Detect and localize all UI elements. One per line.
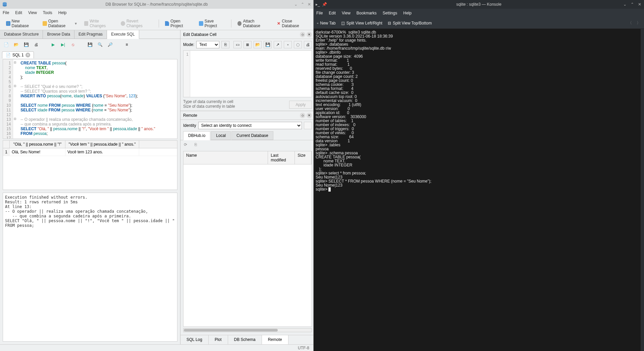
result-grid[interactable]: "Olá, " || pessoa.nome || "!" "Você tem … <box>3 140 177 190</box>
remote-col-modified[interactable]: Last modified <box>268 151 295 164</box>
open-project-icon <box>165 21 169 26</box>
tab-execute-sql[interactable]: Execute SQL <box>107 30 139 39</box>
nav-back-icon[interactable]: 〈 <box>628 20 632 26</box>
revert-changes-button[interactable]: Revert Changes <box>118 18 155 29</box>
term-menu-settings[interactable]: Settings <box>383 11 397 15</box>
mode-select[interactable]: Text <box>196 41 219 48</box>
menu-file[interactable]: File <box>3 10 9 15</box>
maximize-icon[interactable]: ⌃ <box>300 2 305 7</box>
open-project-button[interactable]: Open Project <box>162 18 195 29</box>
print-icon[interactable]: 🖨 <box>33 41 40 48</box>
identity-label: Identity <box>183 123 196 128</box>
tab-edit-pragmas[interactable]: Edit Pragmas <box>74 30 107 39</box>
remote-table[interactable]: Name Last modified Size <box>183 151 312 327</box>
remote-tab-current[interactable]: Current Database <box>231 131 273 140</box>
result-col-2[interactable]: "Você tem " || pessoa.idade || " anos." <box>65 141 139 148</box>
cell-tool-3-icon[interactable]: 📂 <box>254 41 262 48</box>
close-tab-icon[interactable]: ✕ <box>25 53 30 57</box>
menu-edit[interactable]: Edit <box>15 10 22 15</box>
indent-icon[interactable]: ≡ <box>123 41 130 48</box>
menu-help[interactable]: Help <box>58 10 67 15</box>
export-cell-icon[interactable]: ⎘ <box>221 41 229 48</box>
bottom-tab-remote[interactable]: Remote <box>262 335 288 344</box>
remote-col-name[interactable]: Name <box>183 151 268 164</box>
menu-tools[interactable]: Tools <box>43 10 52 15</box>
chevron-down-icon: ▾ <box>75 21 77 26</box>
close-database-button[interactable]: ✕Close Database <box>274 18 310 29</box>
save-project-button[interactable]: Save Project <box>196 18 228 29</box>
refresh-remote-icon[interactable]: ⟳ <box>184 142 191 149</box>
new-tab-button[interactable]: ▫New Tab <box>317 21 336 26</box>
result-col-1[interactable]: "Olá, " || pessoa.nome || "!" <box>10 141 65 148</box>
cell-size-label: Size of data currently in table <box>183 104 235 109</box>
cell-tool-5-icon[interactable]: ↗ <box>274 41 282 48</box>
cell-textarea[interactable]: 1 <box>183 50 312 97</box>
sql-tab-1[interactable]: 📄 SQL 1 ✕ <box>2 51 34 58</box>
undock-remote-icon[interactable]: ◇ <box>300 113 305 118</box>
term-maximize-icon[interactable]: ⌃ <box>630 2 635 7</box>
tab-browse-data[interactable]: Browse Data <box>43 30 74 39</box>
term-title: sqlite : sqlite3 — Konsole <box>456 2 501 7</box>
attach-database-button[interactable]: Attach Database <box>235 18 272 29</box>
stop-icon[interactable]: ⦸ <box>70 41 76 48</box>
identity-select[interactable]: Select an identity to connect <box>198 122 302 129</box>
find-icon[interactable]: 🔍 <box>97 41 103 48</box>
terminal-output[interactable]: darkstar-6700k% sqlite3 sqlite.dbSQLite … <box>314 29 641 351</box>
bottom-tab-plot[interactable]: Plot <box>209 335 228 344</box>
remote-tab-local[interactable]: Local <box>211 131 231 140</box>
remote-tab-dbhub[interactable]: DBHub.io <box>183 131 210 140</box>
term-menu-edit[interactable]: Edit <box>329 11 336 15</box>
close-remote-icon[interactable]: ✕ <box>307 113 312 118</box>
cell-print-icon[interactable]: 🖨 <box>304 41 312 48</box>
split-lr-button[interactable]: ◫Split View Left/Right <box>341 21 382 26</box>
bottom-tab-sqllog[interactable]: SQL Log <box>180 335 209 344</box>
identity-config-icon[interactable] <box>304 122 312 129</box>
menu-view[interactable]: View <box>28 10 37 15</box>
bottom-tab-dbschema[interactable]: DB Schema <box>228 335 262 344</box>
terminal-scrollbar[interactable] <box>641 29 644 351</box>
new-database-button[interactable]: New Database <box>3 18 38 29</box>
write-icon <box>84 21 89 26</box>
cell-tool-2-icon[interactable]: ≣ <box>244 41 252 48</box>
term-menubar: File Edit View Bookmarks Settings Help <box>314 9 644 17</box>
close-panel-icon[interactable]: ✕ <box>307 32 312 37</box>
tab-database-structure[interactable]: Database Structure <box>0 30 43 39</box>
close-icon[interactable]: ✕ <box>307 2 312 7</box>
run-line-icon[interactable]: ▶| <box>60 41 66 48</box>
save-result-icon[interactable]: 💾 <box>87 41 93 48</box>
pin-icon[interactable]: 📌 <box>322 2 327 7</box>
term-menu-help[interactable]: Help <box>403 11 412 15</box>
minimize-icon[interactable]: ⌄ <box>293 2 299 7</box>
term-menu-file[interactable]: File <box>316 11 323 15</box>
encoding-label: UTF-8 <box>298 346 309 350</box>
term-close-icon[interactable]: ✕ <box>637 2 642 7</box>
execution-log[interactable]: Execution finished without errors. Resul… <box>3 193 177 342</box>
term-menu-bookmarks[interactable]: Bookmarks <box>357 11 377 15</box>
term-menu-view[interactable]: View <box>342 11 351 15</box>
open-database-button[interactable]: Open Database▾ <box>40 18 79 29</box>
find-replace-icon[interactable]: 🔎 <box>107 41 113 48</box>
sql-editor[interactable]: 1234567891011121314151617 ⊟⊟⊟ CREATE TAB… <box>3 59 177 139</box>
remote-scrollbar[interactable] <box>183 328 312 332</box>
cell-tool-4-icon[interactable]: 💾 <box>264 41 272 48</box>
cell-tool-6-icon[interactable]: ▫ <box>284 41 292 48</box>
undock-icon[interactable]: ◇ <box>300 32 305 37</box>
nav-fwd-icon[interactable]: 〉 <box>637 20 641 26</box>
run-icon[interactable]: ▶ <box>50 41 56 48</box>
cell-tool-1-icon[interactable]: ▭ <box>233 41 241 48</box>
new-sql-tab-icon[interactable]: 📄 <box>3 41 9 48</box>
write-changes-button[interactable]: Write Changes <box>82 18 116 29</box>
terminal-icon: ▸_ <box>316 2 320 7</box>
remote-col-size[interactable]: Size <box>295 151 312 164</box>
cell-tool-7-icon[interactable]: ◌ <box>294 41 302 48</box>
code-area[interactable]: CREATE TABLE pessoa( nome TEXT, idade IN… <box>18 59 157 139</box>
save-sql-icon[interactable]: 💾 <box>23 41 30 48</box>
clone-remote-icon[interactable]: ⎘ <box>195 142 201 149</box>
term-minimize-icon[interactable]: ⌄ <box>623 2 627 7</box>
split-tb-button[interactable]: ⊟Split View Top/Bottom <box>388 21 432 26</box>
remote-title: Remote ◇✕ <box>180 111 313 120</box>
open-sql-icon[interactable]: 📂 <box>13 41 19 48</box>
result-row[interactable]: 1 Olá, Seu Nome! Você tem 123 anos. <box>3 148 177 156</box>
apply-button[interactable]: Apply <box>289 101 312 109</box>
fold-gutter[interactable]: ⊟⊟⊟ <box>13 59 18 139</box>
